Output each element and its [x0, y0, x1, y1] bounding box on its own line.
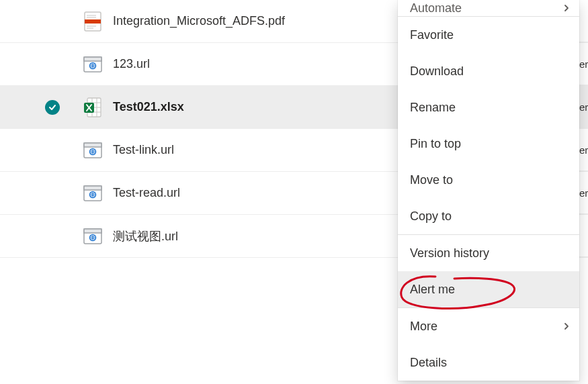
menu-label: Favorite: [410, 28, 454, 42]
url-file-icon: [73, 228, 113, 244]
pdf-file-icon: [73, 11, 113, 32]
menu-item-copy-to[interactable]: Copy to: [398, 198, 579, 234]
truncated-column-text: er: [579, 172, 588, 214]
svg-rect-11: [84, 143, 101, 147]
xlsx-file-icon: [73, 97, 113, 117]
url-file-icon: [73, 185, 113, 201]
menu-item-automate[interactable]: Automate: [398, 0, 579, 16]
menu-label: Automate: [410, 1, 462, 15]
menu-label: Move to: [410, 173, 453, 187]
menu-item-rename[interactable]: Rename: [398, 89, 579, 126]
menu-label: Pin to top: [410, 137, 461, 151]
svg-rect-17: [84, 229, 101, 233]
menu-item-move-to[interactable]: Move to: [398, 162, 579, 198]
truncated-column-text: er: [579, 129, 588, 171]
menu-label: More: [410, 320, 437, 334]
menu-item-details[interactable]: Details: [398, 344, 579, 381]
menu-item-version-history[interactable]: Version history: [398, 235, 579, 271]
svg-rect-3: [84, 57, 101, 61]
truncated-column-text: [579, 0, 588, 42]
url-file-icon: [73, 142, 113, 158]
check-icon: [45, 100, 60, 115]
menu-label: Version history: [410, 246, 489, 260]
truncated-column-text: er: [579, 43, 588, 85]
chevron-right-icon: [563, 3, 570, 13]
svg-rect-14: [84, 186, 101, 190]
svg-rect-1: [85, 19, 101, 23]
menu-label: Alert me: [410, 283, 455, 297]
menu-item-more[interactable]: More: [398, 308, 579, 344]
menu-label: Rename: [410, 101, 456, 115]
menu-label: Download: [410, 64, 464, 79]
context-menu: Automate FavoriteDownloadRenamePin to to…: [398, 0, 579, 381]
menu-item-favorite[interactable]: Favorite: [398, 17, 579, 53]
truncated-column-text: er: [579, 86, 588, 128]
menu-label: Details: [410, 356, 447, 370]
menu-item-download[interactable]: Download: [398, 53, 579, 89]
selection-check[interactable]: [32, 100, 73, 115]
menu-label: Copy to: [410, 209, 452, 224]
chevron-right-icon: [563, 322, 570, 331]
url-file-icon: [73, 56, 113, 73]
menu-item-alert-me[interactable]: Alert me: [398, 271, 579, 307]
menu-item-pin-to-top[interactable]: Pin to top: [398, 126, 579, 162]
truncated-column-text: [579, 215, 588, 257]
